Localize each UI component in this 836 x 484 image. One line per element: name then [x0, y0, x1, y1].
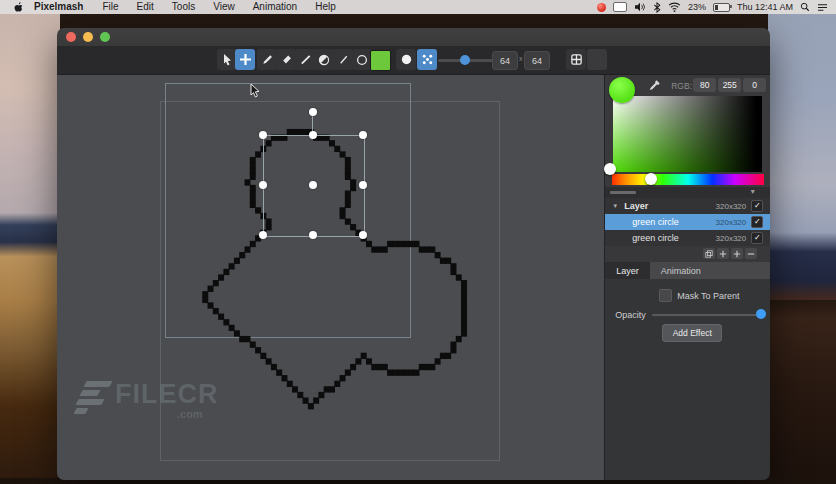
mouse-cursor-icon [250, 83, 261, 102]
minimize-button[interactable] [83, 32, 93, 42]
volume-icon[interactable] [634, 2, 646, 12]
eyedropper-icon[interactable] [647, 79, 661, 95]
extra-toolbar-button[interactable] [587, 49, 607, 70]
desktop-wallpaper-right [768, 0, 836, 484]
duplicate-layer-button[interactable] [703, 248, 715, 259]
handle-top-left[interactable] [259, 131, 267, 139]
brush-size-slider-thumb[interactable] [460, 55, 470, 65]
brush-shape-circle-button[interactable] [396, 49, 416, 70]
side-panel: RGB: 80 255 0 ▼ ▼ Layer 320x320 ✓ [604, 75, 770, 480]
canvas-area[interactable]: FILECR .com [57, 75, 604, 480]
close-button[interactable] [66, 32, 76, 42]
opacity-slider-thumb[interactable] [756, 309, 766, 319]
handle-mid-left[interactable] [259, 181, 267, 189]
menu-edit[interactable]: Edit [128, 0, 163, 14]
size-separator: x [519, 55, 523, 62]
layer-name: green circle [632, 233, 679, 243]
layer-row[interactable]: green circle 320x320 ✓ [605, 230, 770, 246]
disclosure-triangle-icon[interactable]: ▼ [612, 203, 620, 209]
handle-center[interactable] [309, 181, 317, 189]
saturation-value-picker[interactable] [613, 96, 762, 172]
tab-layer[interactable]: Layer [605, 262, 650, 279]
toolbar: 64 x 64 [57, 46, 770, 75]
eraser-tool-button[interactable] [276, 49, 296, 70]
input-source-icon[interactable] [613, 2, 627, 12]
handle-bottom-center[interactable] [309, 231, 317, 239]
mask-to-parent-checkbox[interactable] [659, 289, 672, 302]
layer-visibility-checkbox[interactable]: ✓ [751, 232, 763, 244]
layer-list: ▼ Layer 320x320 ✓ green circle 320x320 ✓… [605, 198, 770, 246]
handle-top-right[interactable] [359, 131, 367, 139]
handle-top-center[interactable] [309, 131, 317, 139]
window-titlebar[interactable] [57, 28, 770, 46]
menu-help[interactable]: Help [306, 0, 345, 14]
chevron-down-icon[interactable]: ▼ [749, 188, 756, 195]
ellipse-tool-button[interactable] [352, 49, 372, 70]
palette-row[interactable]: ▼ [605, 187, 770, 198]
opacity-slider[interactable] [652, 314, 763, 316]
pointer-tool-button[interactable] [217, 49, 237, 70]
stroke-tool-button[interactable] [333, 49, 353, 70]
opacity-label: Opacity [615, 310, 646, 320]
battery-icon[interactable] [713, 3, 730, 12]
handle-bottom-left[interactable] [259, 231, 267, 239]
layer-group-size: 320x320 [716, 202, 747, 211]
menu-tools[interactable]: Tools [163, 0, 204, 14]
palette-label [610, 191, 636, 194]
canvas-width-field[interactable]: 64 [492, 51, 518, 70]
menu-clock[interactable]: Thu 12:41 AM [737, 2, 793, 12]
menu-bar: Pixelmash File Edit Tools View Animation… [0, 0, 836, 14]
watermark-brand: FILECR [115, 379, 219, 410]
grid-toggle-button[interactable] [566, 49, 586, 70]
menu-app-name[interactable]: Pixelmash [23, 0, 93, 14]
shading-tool-button[interactable] [314, 49, 334, 70]
notification-center-icon[interactable] [817, 3, 828, 12]
add-effect-button[interactable]: Add Effect [662, 324, 722, 342]
zoom-button[interactable] [100, 32, 110, 42]
rgb-r-field[interactable]: 80 [693, 78, 716, 92]
dither-pattern-button[interactable] [417, 49, 437, 70]
line-tool-button[interactable] [295, 49, 315, 70]
watermark-logo-icon [75, 381, 111, 417]
apple-menu-icon[interactable] [8, 1, 23, 13]
handle-mid-right[interactable] [359, 181, 367, 189]
remove-layer-button[interactable] [745, 248, 757, 259]
layer-group-visibility-checkbox[interactable]: ✓ [751, 200, 763, 212]
desktop-wallpaper-left [0, 0, 60, 484]
watermark-domain: .com [177, 408, 203, 420]
layer-group-name: Layer [624, 201, 648, 211]
spotlight-icon[interactable] [800, 2, 810, 12]
status-app-icon[interactable] [597, 3, 606, 12]
battery-percent: 23% [688, 2, 706, 12]
handle-bottom-right[interactable] [359, 231, 367, 239]
move-tool-button[interactable] [235, 49, 255, 70]
add-group-button[interactable] [717, 248, 729, 259]
menu-view[interactable]: View [204, 0, 244, 14]
menu-animation[interactable]: Animation [244, 0, 306, 14]
inspector-tabs: Layer Animation [605, 262, 770, 279]
tab-animation[interactable]: Animation [650, 262, 712, 279]
bluetooth-icon[interactable] [653, 2, 661, 13]
layer-visibility-checkbox[interactable]: ✓ [751, 216, 763, 228]
hue-slider[interactable] [612, 174, 764, 185]
pixelmash-window: 64 x 64 FILECR .com [57, 28, 770, 480]
layer-actions-bar [605, 246, 770, 262]
layer-size: 320x320 [716, 234, 747, 243]
pencil-tool-button[interactable] [257, 49, 277, 70]
layer-row-selected[interactable]: green circle 320x320 ✓ [605, 214, 770, 230]
layer-group-row[interactable]: ▼ Layer 320x320 ✓ [605, 198, 770, 214]
color-swatch-button[interactable] [370, 50, 391, 71]
layer-name: green circle [632, 217, 679, 227]
canvas-height-field[interactable]: 64 [524, 51, 550, 70]
wifi-icon[interactable] [668, 2, 681, 12]
rgb-label: RGB: [671, 81, 692, 91]
layer-inspector: Mask To Parent Opacity Add Effect [605, 279, 770, 480]
mask-to-parent-label: Mask To Parent [677, 291, 739, 301]
rotation-handle[interactable] [309, 108, 317, 116]
menu-file[interactable]: File [93, 0, 127, 14]
layer-size: 320x320 [716, 218, 747, 227]
rgb-g-field[interactable]: 255 [718, 78, 741, 92]
add-layer-button[interactable] [731, 248, 743, 259]
rgb-b-field[interactable]: 0 [743, 78, 766, 92]
